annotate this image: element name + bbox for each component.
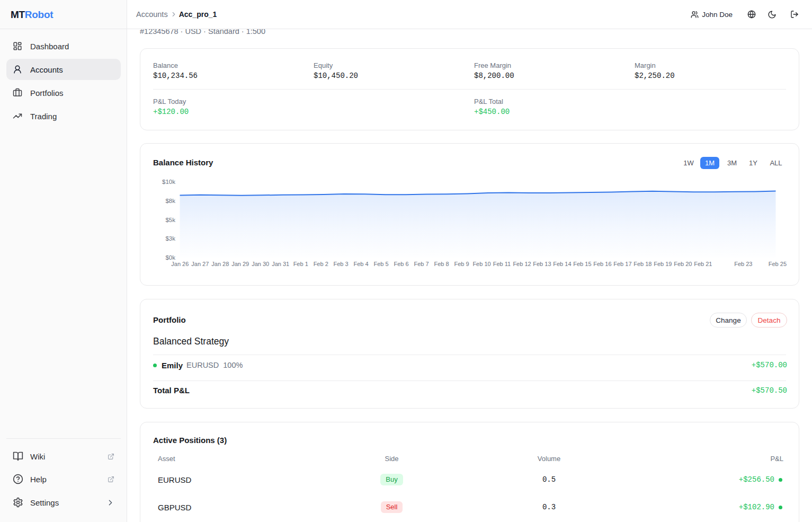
svg-text:Feb 15: Feb 15: [573, 261, 591, 267]
svg-text:Feb 5: Feb 5: [374, 261, 389, 267]
svg-text:Jan 31: Jan 31: [272, 261, 289, 267]
svg-text:Feb 8: Feb 8: [434, 261, 449, 267]
svg-text:Feb 10: Feb 10: [472, 261, 490, 267]
svg-text:Feb 9: Feb 9: [454, 261, 469, 267]
svg-text:Feb 1: Feb 1: [293, 261, 308, 267]
svg-text:Feb 19: Feb 19: [654, 261, 672, 267]
svg-text:Feb 20: Feb 20: [674, 261, 692, 267]
svg-text:$3k: $3k: [165, 235, 175, 242]
svg-text:Jan 30: Jan 30: [252, 261, 269, 267]
svg-text:Feb 4: Feb 4: [354, 261, 369, 267]
svg-text:$8k: $8k: [165, 198, 175, 204]
svg-text:Jan 27: Jan 27: [191, 261, 209, 267]
svg-text:Feb 3: Feb 3: [334, 261, 349, 267]
svg-text:Feb 11: Feb 11: [493, 261, 511, 267]
svg-text:Jan 26: Jan 26: [171, 261, 189, 267]
svg-text:Feb 25: Feb 25: [769, 261, 787, 267]
svg-text:$0k: $0k: [165, 254, 175, 261]
svg-text:Feb 2: Feb 2: [314, 261, 328, 267]
svg-text:Feb 12: Feb 12: [513, 261, 531, 267]
svg-text:$10k: $10k: [162, 179, 175, 185]
svg-text:Feb 14: Feb 14: [553, 261, 571, 267]
svg-text:Jan 29: Jan 29: [231, 261, 249, 267]
svg-text:Feb 6: Feb 6: [394, 261, 409, 267]
svg-text:Feb 17: Feb 17: [613, 261, 631, 267]
svg-text:Feb 13: Feb 13: [533, 261, 551, 267]
svg-text:Feb 7: Feb 7: [414, 261, 429, 267]
svg-text:$5k: $5k: [165, 217, 175, 223]
svg-text:Feb 21: Feb 21: [694, 261, 712, 267]
svg-text:Feb 18: Feb 18: [633, 261, 652, 267]
svg-text:Jan 28: Jan 28: [211, 261, 229, 267]
svg-text:Feb 23: Feb 23: [734, 261, 752, 267]
svg-text:Feb 16: Feb 16: [593, 261, 611, 267]
